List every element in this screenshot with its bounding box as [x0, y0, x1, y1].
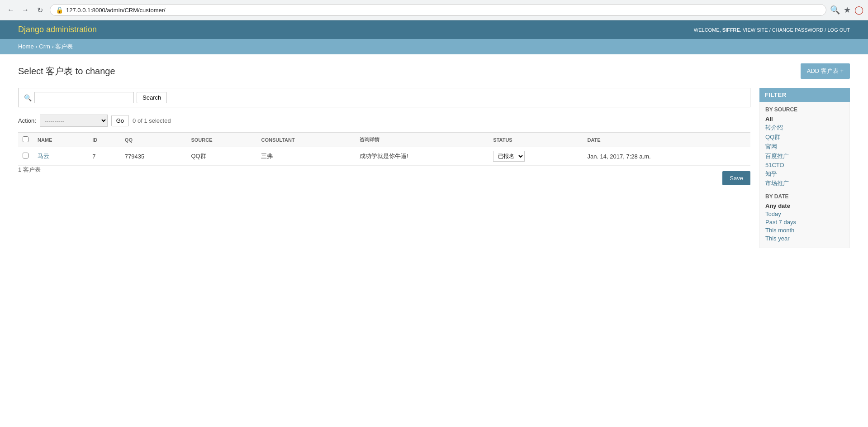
lock-icon: 🔒 — [56, 6, 63, 14]
address-bar[interactable]: 🔒 127.0.0.1:8000/admin/CRM/customer/ — [50, 4, 826, 16]
content-area: 🔍 Search Action: ---------- Go 0 of 1 se… — [18, 88, 750, 248]
col-id[interactable]: ID — [88, 133, 120, 147]
row-checkbox[interactable] — [23, 153, 28, 158]
status-select[interactable]: 已报名未报名已退费 — [493, 151, 525, 162]
content-wrapper: 🔍 Search Action: ---------- Go 0 of 1 se… — [18, 88, 850, 248]
filter-source-item: 官网 — [765, 143, 844, 151]
col-checkbox — [18, 133, 33, 147]
bookmark-icon[interactable]: ★ — [844, 5, 851, 15]
col-source[interactable]: SOURCE — [186, 133, 256, 147]
filter-source-link[interactable]: 百度推广 — [765, 153, 789, 159]
col-qq[interactable]: QQ — [120, 133, 187, 147]
filter-by-date-title: By date — [765, 193, 844, 200]
select-all-checkbox[interactable] — [23, 136, 28, 142]
table-header-row: NAME ID QQ SOURCE CONSULTANT 咨询详情 STATUS… — [18, 133, 750, 147]
row-source: QQ群 — [186, 147, 256, 166]
row-name: 马云 — [33, 147, 88, 166]
table-row: 马云7779435QQ群三弗成功学就是你牛逼!已报名未报名已退费Jan. 14,… — [18, 147, 750, 166]
filter-source-link[interactable]: QQ群 — [765, 134, 780, 140]
go-button[interactable]: Go — [111, 115, 129, 126]
search-icon: 🔍 — [24, 94, 32, 101]
filter-date-link[interactable]: This year — [765, 235, 789, 242]
action-bar: Action: ---------- Go 0 of 1 selected — [18, 115, 750, 127]
col-status[interactable]: STATUS — [489, 133, 583, 147]
breadcrumb-app[interactable]: Crm — [39, 43, 50, 50]
filter-date-item: Past 7 days — [765, 219, 844, 225]
search-button[interactable]: Search — [137, 92, 167, 103]
breadcrumbs: Home › Crm › 客户表 — [0, 39, 868, 54]
filter-source-item: 转介绍 — [765, 124, 844, 132]
filter-date-link[interactable]: Today — [765, 211, 781, 217]
sidebar-filter: FILTER By source All转介绍QQ群官网百度推广51CTO知乎市… — [759, 88, 850, 248]
row-date: Jan. 14, 2017, 7:28 a.m. — [583, 147, 750, 166]
log-out-link[interactable]: LOG OUT — [827, 27, 850, 33]
back-button[interactable]: ← — [5, 4, 17, 16]
col-detail[interactable]: 咨询详情 — [355, 133, 489, 147]
content-main: Select 客户表 to change ADD 客户表 + 🔍 Search … — [0, 54, 868, 326]
forward-button[interactable]: → — [19, 4, 32, 16]
filter-by-source-title: By source — [765, 106, 844, 113]
reload-button[interactable]: ↻ — [33, 4, 46, 16]
url-text: 127.0.0.1:8000/admin/CRM/customer/ — [66, 7, 821, 14]
filter-date-list: Any dateTodayPast 7 daysThis monthThis y… — [765, 202, 844, 242]
action-select[interactable]: ---------- — [40, 115, 108, 127]
row-qq: 779435 — [120, 147, 187, 166]
change-password-link[interactable]: CHANGE PASSWORD — [772, 27, 823, 33]
filter-date-item: Today — [765, 211, 844, 217]
table-footer: 1 客户表 Save — [18, 166, 750, 185]
table-head: NAME ID QQ SOURCE CONSULTANT 咨询详情 STATUS… — [18, 133, 750, 147]
search-bar: 🔍 Search — [18, 88, 750, 107]
page-title: Select 客户表 to change — [18, 65, 115, 77]
save-button[interactable]: Save — [722, 171, 750, 185]
filter-source-item: 百度推广 — [765, 152, 844, 160]
filter-source-item: 51CTO — [765, 162, 844, 168]
filter-source-link[interactable]: 知乎 — [765, 170, 777, 177]
add-button[interactable]: ADD 客户表 + — [801, 63, 850, 79]
welcome-text: WELCOME, — [694, 27, 721, 33]
search-icon[interactable]: 🔍 — [830, 5, 840, 15]
filter-source-item: 市场推广 — [765, 179, 844, 187]
filter-date-item: Any date — [765, 202, 844, 209]
filter-date-link[interactable]: This month — [765, 227, 794, 234]
menu-icon[interactable]: ◯ — [854, 5, 863, 15]
breadcrumb-home[interactable]: Home — [18, 43, 34, 50]
branding: Django administration — [18, 25, 97, 34]
search-input[interactable] — [34, 92, 134, 103]
filter-date-link[interactable]: Any date — [765, 202, 790, 209]
filter-source-list: All转介绍QQ群官网百度推广51CTO知乎市场推广 — [765, 115, 844, 187]
filter-source-link[interactable]: 市场推广 — [765, 180, 789, 187]
filter-source-item: QQ群 — [765, 133, 844, 141]
view-site-link[interactable]: VIEW SITE — [743, 27, 768, 33]
filter-date-link[interactable]: Past 7 days — [765, 219, 796, 225]
browser-right-icons: 🔍 ★ ◯ — [830, 5, 863, 15]
browser-chrome: ← → ↻ 🔒 127.0.0.1:8000/admin/CRM/custome… — [0, 0, 868, 20]
row-status: 已报名未报名已退费 — [489, 147, 583, 166]
row-detail: 成功学就是你牛逼! — [355, 147, 489, 166]
row-checkbox-cell — [18, 147, 33, 166]
row-consultant: 三弗 — [256, 147, 355, 166]
col-consultant[interactable]: CONSULTANT — [256, 133, 355, 147]
filter-source-link[interactable]: 转介绍 — [765, 124, 783, 131]
col-date[interactable]: DATE — [583, 133, 750, 147]
filter-source-item: 知乎 — [765, 170, 844, 178]
filter-heading: FILTER — [759, 88, 850, 102]
filter-date-item: This year — [765, 235, 844, 242]
action-label: Action: — [18, 117, 36, 124]
filter-section-source: By source All转介绍QQ群官网百度推广51CTO知乎市场推广 By … — [759, 102, 850, 248]
table-body: 马云7779435QQ群三弗成功学就是你牛逼!已报名未报名已退费Jan. 14,… — [18, 147, 750, 166]
selected-count: 0 of 1 selected — [133, 117, 171, 124]
filter-source-link[interactable]: 51CTO — [765, 162, 784, 168]
page-title-row: Select 客户表 to change ADD 客户表 + — [18, 63, 850, 79]
site-header: Django administration WELCOME, SIFFRE. V… — [0, 20, 868, 39]
filter-source-link[interactable]: All — [765, 115, 773, 122]
filter-date-item: This month — [765, 227, 844, 234]
site-title-link[interactable]: Django administration — [18, 25, 97, 34]
row-id: 7 — [88, 147, 120, 166]
row-count: 1 客户表 — [18, 166, 41, 173]
filter-source-item: All — [765, 115, 844, 122]
username: SIFFRE — [722, 27, 740, 33]
filter-source-link[interactable]: 官网 — [765, 143, 777, 150]
col-name[interactable]: NAME — [33, 133, 88, 147]
browser-nav-buttons: ← → ↻ — [5, 4, 46, 16]
row-name-link[interactable]: 马云 — [38, 153, 49, 159]
